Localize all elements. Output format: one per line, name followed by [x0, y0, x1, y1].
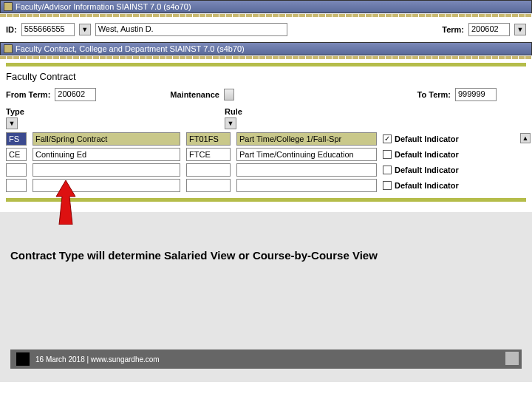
- type-dropdown[interactable]: ▼: [6, 117, 18, 129]
- default-indicator-group[interactable]: Default Indicator: [383, 166, 486, 174]
- cell-rule-desc[interactable]: [236, 179, 377, 192]
- table-row[interactable]: FS Fall/Spring Contract FT01FS Part Time…: [6, 132, 526, 146]
- contract-grid: FS Fall/Spring Contract FT01FS Part Time…: [6, 132, 526, 192]
- default-indicator-label: Default Indicator: [395, 150, 459, 159]
- section-divider: [6, 63, 526, 66]
- window-title-bar-1: Faculty/Advisor Information SIAINST 7.0 …: [0, 0, 532, 13]
- window-title-bar-2: Faculty Contract, College and Department…: [0, 42, 532, 55]
- checkbox-icon[interactable]: [383, 181, 392, 190]
- default-indicator-group[interactable]: Default Indicator: [383, 181, 486, 190]
- rule-header: Rule: [225, 107, 236, 116]
- id-dropdown[interactable]: ▼: [79, 24, 91, 35]
- rule-dropdown[interactable]: ▼: [225, 117, 236, 129]
- section-title: Faculty Contract: [6, 71, 526, 82]
- table-row[interactable]: CE Continuing Ed FTCE Part Time/Continui…: [6, 148, 526, 161]
- id-row: ID: 555666555 ▼ West, Austin D. Term: 20…: [4, 20, 528, 39]
- cell-rule-desc[interactable]: Part Time/College 1/Fall-Spr: [236, 132, 377, 146]
- from-term-field[interactable]: 200602: [55, 88, 96, 101]
- to-term-label: To Term:: [417, 90, 451, 99]
- name-field[interactable]: West, Austin D.: [95, 23, 287, 36]
- cell-type[interactable]: FS: [6, 132, 27, 146]
- grid-header: Type ▼ Rule ▼: [6, 107, 526, 129]
- maintenance-label: Maintenance: [170, 90, 219, 99]
- term-dropdown[interactable]: ▼: [514, 24, 526, 35]
- app-icon: [4, 44, 13, 53]
- checkbox-icon[interactable]: [383, 166, 392, 174]
- id-field[interactable]: 555666555: [21, 23, 75, 36]
- app-icon: [4, 2, 13, 11]
- default-indicator-group[interactable]: ✓ Default Indicator: [383, 134, 486, 143]
- cell-rule[interactable]: FT01FS: [186, 132, 231, 146]
- scroll-up-icon[interactable]: ▲: [520, 133, 531, 143]
- table-row[interactable]: Default Indicator: [6, 179, 526, 192]
- cell-type-desc[interactable]: [33, 163, 180, 177]
- footer-right-square: [505, 352, 519, 365]
- term-row: From Term: 200602 Maintenance To Term: 9…: [6, 88, 526, 101]
- term-label: Term:: [442, 25, 464, 34]
- term-field[interactable]: 200602: [468, 23, 510, 36]
- to-term-field[interactable]: 999999: [455, 88, 497, 101]
- cell-type-desc[interactable]: Fall/Spring Contract: [33, 132, 180, 146]
- cell-type[interactable]: [6, 163, 27, 177]
- type-header: Type: [6, 107, 30, 116]
- footer-text: 16 March 2018 | www.sungardhe.com: [35, 355, 160, 364]
- cell-rule[interactable]: FTCE: [186, 148, 231, 161]
- cell-rule-desc[interactable]: Part Time/Continuing Education: [236, 148, 377, 161]
- cell-type-desc[interactable]: Continuing Ed: [33, 148, 180, 161]
- cell-rule[interactable]: [186, 163, 231, 177]
- cell-type[interactable]: CE: [6, 148, 27, 161]
- section-divider: [6, 198, 526, 202]
- id-panel: ID: 555666555 ▼ West, Austin D. Term: 20…: [0, 17, 532, 42]
- cell-rule[interactable]: [186, 179, 231, 192]
- annotation-panel: Contract Type will determine Salaried Vi…: [0, 212, 532, 382]
- cell-type[interactable]: [6, 179, 27, 192]
- footer-square-icon: [16, 352, 30, 366]
- cell-rule-desc[interactable]: [236, 163, 377, 177]
- faculty-contract-section: Faculty Contract From Term: 200602 Maint…: [0, 59, 532, 208]
- default-indicator-label: Default Indicator: [395, 166, 459, 174]
- footer-bar: 16 March 2018 | www.sungardhe.com: [10, 349, 522, 369]
- from-term-label: From Term:: [6, 90, 50, 99]
- checkbox-icon[interactable]: ✓: [383, 134, 392, 143]
- window-title-1: Faculty/Advisor Information SIAINST 7.0 …: [16, 2, 191, 11]
- default-indicator-label: Default Indicator: [395, 134, 459, 143]
- default-indicator-group[interactable]: Default Indicator: [383, 150, 486, 159]
- table-row[interactable]: Default Indicator: [6, 163, 526, 177]
- annotation-text: Contract Type will determine Salaried Vi…: [10, 249, 522, 262]
- window-title-2: Faculty Contract, College and Department…: [16, 44, 245, 53]
- checkbox-icon[interactable]: [383, 150, 392, 159]
- cell-type-desc[interactable]: [33, 179, 180, 192]
- maintenance-icon[interactable]: [224, 89, 234, 100]
- default-indicator-label: Default Indicator: [395, 181, 459, 190]
- id-label: ID:: [6, 25, 17, 34]
